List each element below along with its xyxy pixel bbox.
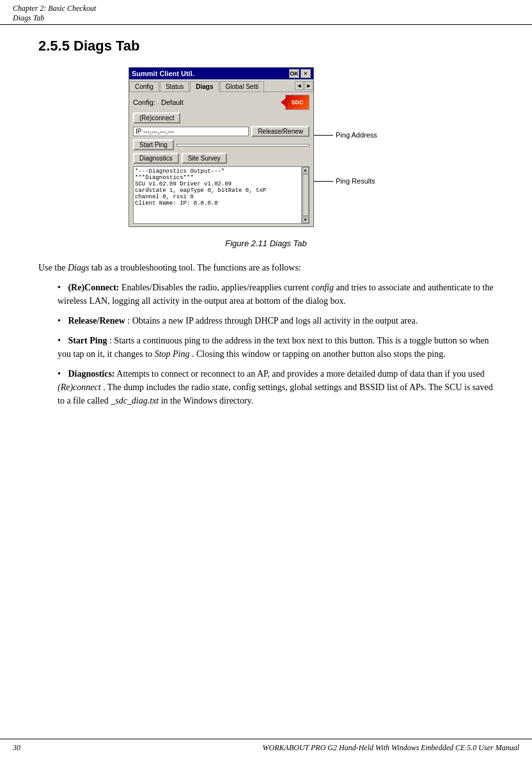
bullet-reconnect-text: Enables/Disables the radio, applies/reap…: [121, 283, 311, 292]
output-text: *---Diagnostics Output---* ***Diagnostic…: [135, 168, 299, 207]
body-intro-italic: Diags: [68, 263, 89, 272]
titlebar-buttons: OK ×: [289, 69, 311, 78]
titlebar: Summit Client Util. OK ×: [129, 68, 313, 79]
scroll-down-arrow[interactable]: ▼: [302, 217, 309, 223]
footer-title: WORKABOUT PRO G2 Hand-Held With Windows …: [263, 743, 519, 753]
output-line-5: channel 0, rssi 0: [135, 194, 299, 200]
tab-global[interactable]: Global Setti: [220, 81, 265, 91]
diagnostics-row: Diagnostics Site Survey: [133, 153, 309, 164]
tab-prev-button[interactable]: ◄: [295, 81, 304, 90]
bullet-diag-text: Attempts to connect or reconnect to an A…: [116, 369, 484, 379]
start-ping-row: Start Ping: [133, 139, 309, 150]
bullet-diag-italic2: _sdc_diag.txt: [111, 396, 159, 405]
callouts-wrapper: Summit Client Util. OK × Config Status D…: [129, 67, 403, 233]
tab-nav-buttons: ◄ ►: [295, 81, 313, 90]
diagnostics-button[interactable]: Diagnostics: [133, 153, 179, 164]
header-left: Chapter 2: Basic Checkout Diags Tab: [13, 4, 96, 23]
bullet-reconnect-italic: config: [311, 283, 334, 292]
output-line-6: Client Name: IP: 0.0.0.0: [135, 200, 299, 207]
bullet-diag-italic: (Re)connect: [58, 382, 101, 392]
page-header: Chapter 2: Basic Checkout Diags Tab: [0, 0, 532, 25]
output-line-3: SCU v1.02.09 Driver v1.02.09: [135, 181, 299, 187]
header-section: Diags Tab: [13, 13, 96, 23]
bullet-rr-label: Release/Renew: [68, 316, 125, 326]
scroll-up-arrow[interactable]: ▲: [302, 167, 309, 173]
callout-area: Ping Address Ping Results: [314, 67, 403, 233]
app-title: Summit Client Util.: [132, 70, 194, 77]
ip-input[interactable]: IP ---,---,---,---: [133, 127, 249, 136]
bullet-diagnostics: Diagnostics: Attempts to connect or reco…: [58, 367, 494, 407]
bullet-list: (Re)Connect: Enables/Disables the radio,…: [58, 281, 494, 407]
body-intro-rest: tab as a troubleshooting tool. The funct…: [89, 263, 301, 272]
ping-results-label: Ping Results: [336, 177, 375, 185]
tab-bar: Config Status Diags Global Setti ◄ ►: [129, 79, 313, 92]
ok-button[interactable]: OK: [289, 69, 299, 78]
main-content: 2.5.5 Diags Tab Summit Client Util. OK ×…: [0, 25, 532, 439]
release-renew-button[interactable]: Release/Renew: [251, 126, 309, 137]
output-scrollbar[interactable]: ▲ ▼: [301, 167, 309, 223]
callout-line-ping-address: [314, 135, 333, 136]
figure-caption: Figure 2.11 Diags Tab: [225, 239, 306, 248]
config-row: Config: Default SDC: [133, 95, 309, 110]
ping-results-callout: Ping Results: [314, 177, 375, 185]
footer-page-number: 30: [13, 743, 20, 753]
bullet-reconnect: (Re)Connect: Enables/Disables the radio,…: [58, 281, 494, 308]
close-button[interactable]: ×: [301, 69, 311, 78]
tab-diags[interactable]: Diags: [190, 81, 219, 92]
screenshot: Summit Client Util. OK × Config Status D…: [129, 67, 314, 227]
section-title: 2.5.5 Diags Tab: [38, 38, 494, 54]
bullet-reconnect-label: (Re)Connect:: [68, 283, 119, 292]
bullet-diag-label: Diagnostics:: [68, 369, 114, 379]
callout-line-ping-results: [314, 181, 333, 182]
bullet-sp-label: Start Ping: [68, 336, 107, 345]
reconnect-row: (Re)connect: [133, 113, 309, 123]
tab-config[interactable]: Config: [129, 81, 159, 91]
output-line-4: cardstate 1, eapType 0, bitRate 0, txP: [135, 187, 299, 194]
sdc-logo: SDC: [285, 95, 309, 110]
scroll-track: [302, 174, 309, 216]
output-area: *---Diagnostics Output---* ***Diagnostic…: [133, 166, 309, 224]
bullet-sp-italic: Stop Ping: [155, 349, 190, 359]
config-label: Config: Default: [133, 98, 184, 106]
bullet-start-ping: Start Ping : Starts a continuous ping to…: [58, 334, 494, 361]
output-line-2: ***Diagnostics***: [135, 175, 299, 181]
reconnect-button[interactable]: (Re)connect: [133, 113, 180, 123]
bullet-sp-rest: . Closing this window or tapping on anot…: [192, 349, 446, 359]
tab-next-button[interactable]: ►: [304, 81, 313, 90]
start-ping-button[interactable]: Start Ping: [133, 139, 174, 150]
header-chapter: Chapter 2: Basic Checkout: [13, 4, 96, 13]
figure-container: Summit Client Util. OK × Config Status D…: [38, 67, 494, 248]
ping-address-label: Ping Address: [336, 131, 377, 139]
tab-status[interactable]: Status: [160, 81, 189, 91]
bullet-diag-rest2: in the Windows directory.: [161, 396, 253, 405]
bullet-release-renew: Release/Renew : Obtains a new IP address…: [58, 314, 494, 327]
content-area: Config: Default SDC (Re)connect IP ---,-…: [129, 92, 313, 226]
body-intro-text: Use the: [38, 263, 68, 272]
output-line-1: *---Diagnostics Output---*: [135, 168, 299, 175]
ip-row: IP ---,---,---,--- Release/Renew: [133, 126, 309, 137]
ping-input[interactable]: [176, 144, 309, 146]
ping-address-callout: Ping Address: [314, 131, 377, 139]
page-footer: 30 WORKABOUT PRO G2 Hand-Held With Windo…: [0, 739, 532, 757]
bullet-rr-text: : Obtains a new IP address through DHCP …: [127, 316, 418, 326]
site-survey-button[interactable]: Site Survey: [182, 153, 227, 164]
body-intro: Use the Diags tab as a troubleshooting t…: [38, 261, 494, 274]
